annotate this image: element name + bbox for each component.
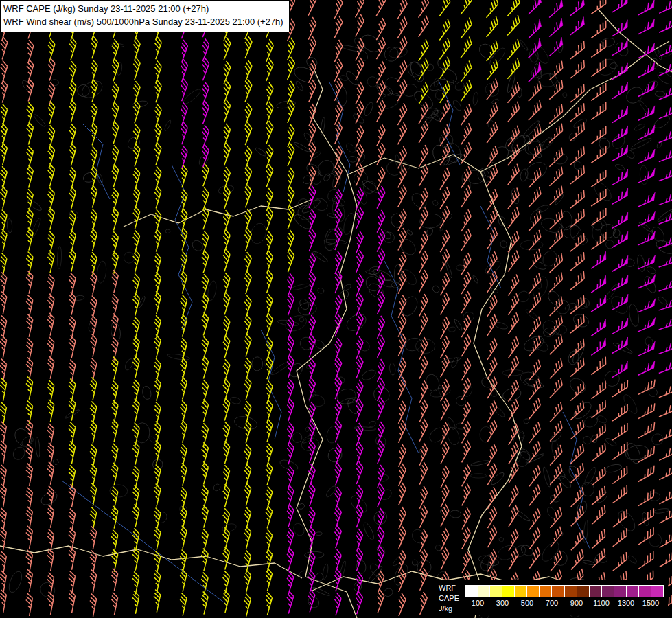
- wind-barb: [23, 593, 34, 616]
- wind-barb: [329, 549, 343, 572]
- wind-barb: [435, 100, 452, 122]
- wind-barb: [393, 295, 408, 318]
- wind-barb: [456, 104, 474, 125]
- wind-barb: [261, 270, 274, 293]
- wind-barb: [524, 422, 543, 444]
- wind-barb: [657, 402, 672, 417]
- wind-barb: [128, 100, 141, 123]
- wind-barb: [108, 506, 119, 529]
- wind-barb: [329, 40, 344, 62]
- rivers-layer: [62, 82, 590, 604]
- wind-barb: [566, 233, 588, 251]
- terrain-contour: [652, 114, 671, 130]
- terrain-contour: [427, 425, 448, 445]
- wind-barb: [657, 317, 672, 330]
- wind-barb: [329, 463, 343, 485]
- wind-barb: [524, 38, 544, 58]
- wind-barb: [456, 80, 474, 101]
- legend-color-cell: [502, 586, 514, 597]
- terrain-contour: [605, 239, 614, 249]
- wind-barb: [86, 103, 99, 126]
- wind-barb: [657, 360, 672, 373]
- wind-barb: [240, 377, 252, 400]
- wind-barb: [456, 60, 474, 82]
- wind-barb: [393, 334, 408, 356]
- wind-barb: [329, 420, 343, 442]
- wind-barb: [414, 380, 430, 403]
- wind-barb: [303, 378, 316, 400]
- terrain-contour: [432, 199, 439, 207]
- wind-barb: [414, 188, 430, 210]
- wind-barb: [435, 485, 451, 507]
- wind-barb: [329, 16, 345, 38]
- wind-barb: [456, 209, 473, 231]
- terrain-contour: [605, 463, 623, 474]
- wind-barb: [635, 0, 657, 15]
- wind-barb: [635, 446, 657, 462]
- terrain-contour: [523, 418, 530, 425]
- terrain-contour: [596, 414, 608, 424]
- wind-barb: [566, 506, 586, 526]
- wind-barb: [435, 273, 452, 295]
- wind-barb: [86, 421, 97, 444]
- terrain-contour: [293, 141, 310, 152]
- wind-barb: [482, 165, 500, 186]
- wind-barb: [456, 17, 474, 38]
- wind-barb: [414, 592, 428, 615]
- river-line: [480, 206, 501, 288]
- wind-barb: [176, 122, 189, 144]
- wind-barb: [435, 187, 452, 209]
- wind-barb: [524, 211, 544, 231]
- terrain-contour: [323, 172, 332, 182]
- wind-barb: [393, 103, 409, 125]
- wind-barb: [240, 401, 253, 424]
- wind-barb: [435, 19, 452, 40]
- wind-barb: [218, 100, 232, 122]
- terrain-contour: [539, 539, 562, 564]
- terrain-contour: [305, 426, 310, 432]
- wind-barb: [609, 255, 631, 271]
- wind-barb: [150, 142, 162, 165]
- wind-barb: [503, 126, 522, 146]
- terrain-contour: [450, 356, 459, 368]
- wind-barb: [262, 462, 274, 485]
- wind-barb: [261, 102, 275, 124]
- legend-color-cell: [638, 586, 651, 597]
- wind-barb: [197, 187, 210, 210]
- wind-barb: [456, 315, 473, 337]
- wind-barb: [350, 231, 365, 253]
- wind-barb: [282, 273, 296, 296]
- terrain-contour: [470, 474, 486, 478]
- terrain-contour: [562, 92, 568, 98]
- wind-barb: [351, 336, 365, 359]
- terrain-contour: [546, 505, 558, 519]
- wind-barb: [303, 60, 318, 83]
- wind-barb: [413, 0, 431, 18]
- terrain-contour: [110, 484, 128, 497]
- wind-barb: [351, 548, 364, 571]
- legend-color-cell: [551, 586, 564, 597]
- wind-barb: [657, 148, 672, 162]
- wind-barb: [351, 591, 364, 614]
- terrain-contour: [297, 503, 305, 510]
- wind-barb: [414, 121, 431, 143]
- wind-barb: [0, 229, 8, 251]
- wind-barb: [350, 0, 367, 17]
- terrain-contour: [558, 474, 573, 490]
- terrain-contour: [540, 136, 553, 151]
- wind-barb: [86, 60, 98, 82]
- wind-barb: [44, 58, 56, 80]
- wind-barb: [435, 528, 450, 551]
- wind-barb: [609, 466, 630, 484]
- terrain-contour: [315, 157, 337, 180]
- wind-barb: [329, 189, 344, 211]
- legend-tick: 700: [546, 599, 558, 607]
- terrain-contour: [600, 36, 616, 48]
- terrain-contour: [394, 264, 401, 284]
- wind-barb: [435, 57, 452, 78]
- wind-barb: [503, 336, 521, 358]
- wind-barb: [588, 208, 610, 225]
- wind-barb: [545, 124, 566, 143]
- wind-barb: [588, 505, 608, 525]
- terrain-contour: [634, 123, 646, 132]
